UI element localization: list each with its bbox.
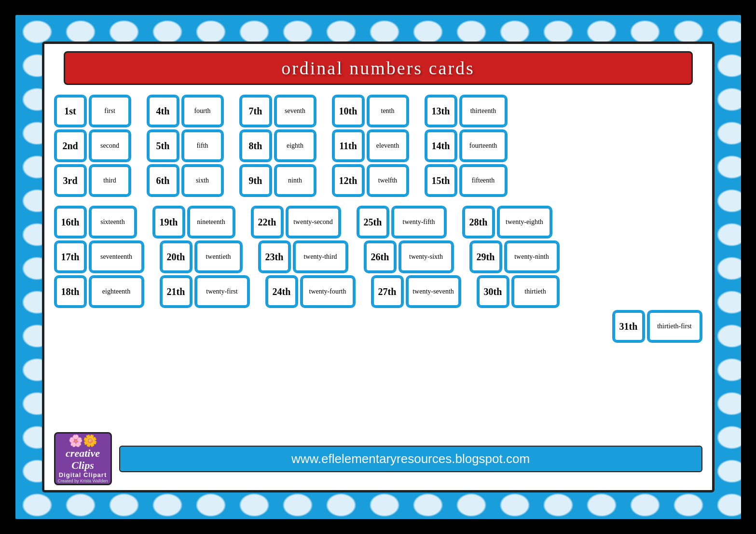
card-2nd: 2nd — [54, 129, 87, 162]
group-22: 22th twenty-second — [251, 206, 341, 239]
card-9th: 9th — [239, 164, 272, 197]
card-7th: 7th — [239, 95, 272, 127]
cards-row-1: 1st first 4th fourth 7th seventh — [54, 95, 702, 127]
group-3: 3rd third — [54, 164, 131, 197]
card-10th: 10th — [332, 95, 365, 127]
card-13th: 13th — [425, 95, 457, 127]
card-5th: 5th — [147, 129, 179, 162]
card-twenty-fifth: twenty-fifth — [391, 206, 447, 239]
logo-main-text: creativeClips — [66, 448, 100, 471]
card-11th: 11th — [332, 129, 365, 162]
group-7: 7th seventh — [239, 95, 316, 127]
website-url: www.eflelementaryresources.blogspot.com — [291, 451, 530, 466]
group-4: 4th fourth — [147, 95, 224, 127]
card-twenty-seventh: twenty-seventh — [406, 275, 461, 308]
group-9: 9th ninth — [239, 164, 316, 197]
group-12: 12th twelfth — [332, 164, 409, 197]
cards-row-6: 18th eighteenth 21th twenty-first 24th t… — [54, 275, 702, 308]
page-title: ordinal numbers cards — [281, 57, 475, 79]
card-25th: 25th — [357, 206, 389, 239]
website-banner: www.eflelementaryresources.blogspot.com — [119, 446, 702, 472]
card-12th: 12th — [332, 164, 365, 197]
card-1st: 1st — [54, 95, 87, 127]
card-thirtieth-first: thirtieth-first — [647, 310, 702, 343]
card-29th: 29th — [469, 240, 502, 273]
card-sixteenth: sixteenth — [89, 206, 137, 239]
card-sixth: sixth — [181, 164, 224, 197]
group-25: 25th twenty-fifth — [357, 206, 447, 239]
cards-row-4: 16th sixteenth 19th nineteenth 22th twen… — [54, 206, 702, 239]
card-ninth: ninth — [274, 164, 316, 197]
group-24: 24th twenty-fourth — [265, 275, 356, 308]
cards-row-3: 3rd third 6th sixth 9th ninth 12th twelf… — [54, 164, 702, 197]
card-eleventh: eleventh — [367, 129, 409, 162]
card-30th: 30th — [477, 275, 509, 308]
card-fourth: fourth — [181, 95, 224, 127]
card-4th: 4th — [147, 95, 179, 127]
card-31th: 31th — [612, 310, 645, 343]
card-14th: 14th — [425, 129, 457, 162]
group-8: 8th eighth — [239, 129, 316, 162]
card-eighth: eighth — [274, 129, 316, 162]
cards-row-5: 17th seventeenth 20th twentieth 23th twe… — [54, 240, 702, 273]
cards-row-2: 2nd second 5th fifth 8th eighth 11th ele… — [54, 129, 702, 162]
group-2: 2nd second — [54, 129, 131, 162]
card-fifteenth: fifteenth — [459, 164, 508, 197]
card-23th: 23th — [258, 240, 291, 273]
card-second: second — [89, 129, 131, 162]
card-15th: 15th — [425, 164, 457, 197]
group-19: 19th nineteenth — [152, 206, 235, 239]
card-24th: 24th — [265, 275, 298, 308]
card-8th: 8th — [239, 129, 272, 162]
group-1-3: 1st first — [54, 95, 131, 127]
card-16th: 16th — [54, 206, 87, 239]
card-nineteenth: nineteenth — [187, 206, 235, 239]
group-30: 30th thirtieth — [477, 275, 560, 308]
card-fourteenth: fourteenth — [459, 129, 508, 162]
group-14: 14th fourteenth — [425, 129, 508, 162]
group-29: 29th twenty-ninth — [469, 240, 560, 273]
group-20: 20th twentieth — [160, 240, 243, 273]
outer-border: ordinal numbers cards 1st first 4th four… — [12, 11, 745, 523]
card-fifth: fifth — [181, 129, 224, 162]
logo-box: 🌸🌼 creativeClips Digital Clipart Created… — [54, 432, 112, 485]
group-11: 11th eleventh — [332, 129, 409, 162]
card-twenty-third: twenty-third — [293, 240, 348, 273]
card-eighteenth: eighteenth — [89, 275, 144, 308]
card-22th: 22th — [251, 206, 284, 239]
card-twenty-second: twenty-second — [286, 206, 341, 239]
group-27: 27th twenty-seventh — [371, 275, 461, 308]
logo-flowers: 🌸🌼 — [69, 434, 97, 448]
card-17th: 17th — [54, 240, 87, 273]
card-twenty-fourth: twenty-fourth — [300, 275, 356, 308]
card-third: third — [89, 164, 131, 197]
card-6th: 6th — [147, 164, 179, 197]
group-5: 5th fifth — [147, 129, 224, 162]
group-16: 16th sixteenth — [54, 206, 137, 239]
cards-row-7: 31th thirtieth-first — [54, 310, 702, 343]
card-19th: 19th — [152, 206, 185, 239]
group-21: 21th twenty-first — [160, 275, 250, 308]
inner-content: ordinal numbers cards 1st first 4th four… — [42, 42, 715, 492]
group-10: 10th tenth — [332, 95, 409, 127]
cards-area: 1st first 4th fourth 7th seventh — [54, 95, 702, 451]
card-twenty-ninth: twenty-ninth — [504, 240, 560, 273]
group-15: 15th fifteenth — [425, 164, 508, 197]
logo-sub-text: Digital Clipart — [59, 471, 107, 478]
card-thirtieth: thirtieth — [511, 275, 560, 308]
card-first: first — [89, 95, 131, 127]
title-banner: ordinal numbers cards — [64, 51, 693, 85]
card-seventeenth: seventeenth — [89, 240, 144, 273]
card-twenty-sixth: twenty-sixth — [399, 240, 454, 273]
card-tenth: tenth — [367, 95, 409, 127]
card-twenty-first: twenty-first — [194, 275, 250, 308]
logo-credit: Created by Krista Wallden — [57, 478, 108, 483]
card-20th: 20th — [160, 240, 192, 273]
card-26th: 26th — [364, 240, 397, 273]
group-28: 28th twenty-eighth — [462, 206, 552, 239]
card-twelfth: twelfth — [367, 164, 409, 197]
group-26: 26th twenty-sixth — [364, 240, 454, 273]
group-6: 6th sixth — [147, 164, 224, 197]
card-thirteenth: thirteenth — [459, 95, 508, 127]
group-18: 18th eighteenth — [54, 275, 144, 308]
